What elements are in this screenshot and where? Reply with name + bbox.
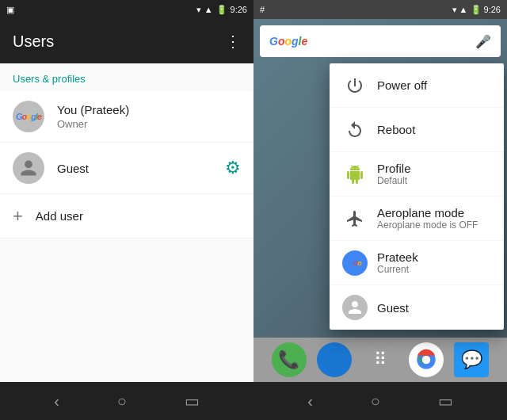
back-icon-left[interactable]: ‹ xyxy=(54,392,59,410)
guest-menu-label: Guest xyxy=(377,301,409,315)
user-subtitle-prateek: Owner xyxy=(57,118,241,130)
wallpaper-area: Google 🎤 Power off xyxy=(254,19,507,338)
app-bar-left: Users ⋮ xyxy=(0,19,254,63)
user-text-prateek: You (Prateek) Owner xyxy=(57,103,241,130)
reboot-icon xyxy=(342,117,368,143)
power-off-icon xyxy=(342,73,368,98)
dock-contacts-icon[interactable]: 👤 xyxy=(317,342,352,377)
google-logo: Google xyxy=(269,35,307,48)
add-user-label: Add user xyxy=(36,209,241,223)
add-user-text: Add user xyxy=(36,209,241,223)
left-panel: ▣ ▾ ▲ 🔋 9:26 Users ⋮ Users & profiles Go… xyxy=(0,0,254,420)
hash-icon: # xyxy=(260,5,265,14)
search-bar[interactable]: Google 🎤 xyxy=(260,25,501,57)
status-right-icons: ▾ ▲ 🔋 9:26 xyxy=(196,5,247,15)
back-icon-right[interactable]: ‹ xyxy=(307,392,313,410)
bottom-nav-left: ‹ ○ ▭ xyxy=(0,382,254,420)
reboot-text: Reboot xyxy=(377,123,415,136)
user-name-guest: Guest xyxy=(57,162,225,175)
add-user-item[interactable]: + Add user xyxy=(0,194,254,239)
status-right-left-icons: # xyxy=(260,5,265,14)
power-off-item[interactable]: Power off xyxy=(330,63,504,108)
avatar-guest-menu xyxy=(342,295,368,320)
avatar-guest xyxy=(13,152,44,184)
aeroplane-item[interactable]: Aeroplane mode Aeroplane mode is OFF xyxy=(330,197,504,241)
android-icon xyxy=(342,162,368,187)
guest-menu-text: Guest xyxy=(377,301,409,315)
wifi-icon-right: ▾ xyxy=(452,5,457,14)
power-off-text: Power off xyxy=(377,78,427,92)
reboot-label: Reboot xyxy=(377,123,415,136)
user-name-prateek: You (Prateek) xyxy=(57,103,241,116)
avatar-prateek-menu: Goo xyxy=(342,250,368,276)
dock-hangouts-icon[interactable]: 💬 xyxy=(454,342,489,377)
notification-icon: ▣ xyxy=(6,5,14,15)
aeroplane-icon xyxy=(342,206,368,231)
gear-icon[interactable]: ⚙ xyxy=(225,158,241,178)
signal-icon-right: ▲ xyxy=(459,5,468,14)
dock-phone-icon[interactable]: 📞 xyxy=(272,342,307,377)
mic-icon[interactable]: 🎤 xyxy=(475,34,491,49)
profile-subtitle: Default xyxy=(377,175,411,186)
home-icon-left[interactable]: ○ xyxy=(117,392,127,410)
status-bar-right: # ▾ ▲ 🔋 9:26 xyxy=(254,0,507,19)
prateek-label: Prateek xyxy=(377,250,418,264)
reboot-item[interactable]: Reboot xyxy=(330,108,504,152)
profile-text: Profile Default xyxy=(377,162,411,186)
prateek-item[interactable]: Goo Prateek Current xyxy=(330,241,504,285)
page-title: Users xyxy=(13,32,54,51)
power-menu: Power off Reboot xyxy=(330,63,504,330)
more-vert-icon[interactable]: ⋮ xyxy=(225,32,241,51)
aeroplane-text: Aeroplane mode Aeroplane mode is OFF xyxy=(377,206,478,231)
power-off-label: Power off xyxy=(377,78,427,92)
time-right: 9:26 xyxy=(484,5,501,14)
status-bar-left: ▣ ▾ ▲ 🔋 9:26 xyxy=(0,0,254,19)
dock-apps-icon[interactable]: ⠿ xyxy=(363,342,398,377)
aeroplane-subtitle: Aeroplane mode is OFF xyxy=(377,220,478,231)
bottom-nav-right: ‹ ○ ▭ xyxy=(254,382,507,420)
content-area: Users & profiles Google You (Prateek) Ow… xyxy=(0,63,254,382)
wifi-icon: ▾ xyxy=(196,5,201,15)
time-left: 9:26 xyxy=(231,5,247,14)
status-right-right-icons: ▾ ▲ 🔋 9:26 xyxy=(452,5,501,15)
recents-icon-right[interactable]: ▭ xyxy=(438,391,453,410)
recents-icon-left[interactable]: ▭ xyxy=(185,391,200,410)
guest-menu-item[interactable]: Guest xyxy=(330,285,504,330)
dock-chrome-icon[interactable] xyxy=(409,342,444,377)
user-item-guest[interactable]: Guest ⚙ xyxy=(0,143,254,194)
prateek-text: Prateek Current xyxy=(377,250,418,275)
section-header: Users & profiles xyxy=(0,63,254,91)
profile-item[interactable]: Profile Default xyxy=(330,152,504,197)
battery-icon: 🔋 xyxy=(216,5,227,15)
dock-area: 📞 👤 ⠿ 💬 xyxy=(254,338,507,382)
user-text-guest: Guest xyxy=(57,162,225,175)
right-panel: # ▾ ▲ 🔋 9:26 Google 🎤 xyxy=(254,0,507,420)
signal-icon: ▲ xyxy=(204,5,213,14)
prateek-subtitle: Current xyxy=(377,264,418,275)
home-icon-right[interactable]: ○ xyxy=(371,392,380,410)
add-icon: + xyxy=(13,206,23,227)
profile-label: Profile xyxy=(377,162,411,175)
battery-icon-right: 🔋 xyxy=(471,5,482,14)
status-left-icons: ▣ xyxy=(6,5,14,15)
avatar-prateek: Google xyxy=(13,101,44,132)
user-item-prateek[interactable]: Google You (Prateek) Owner xyxy=(0,91,254,143)
aeroplane-label: Aeroplane mode xyxy=(377,206,478,220)
